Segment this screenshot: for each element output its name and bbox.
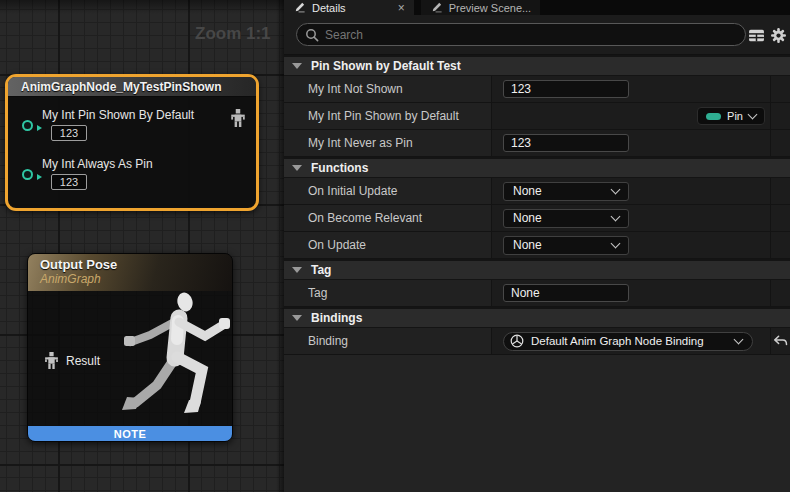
- graph-canvas[interactable]: Zoom 1:1 AnimGraphNode_MyTestPinShown My…: [0, 0, 284, 492]
- property-row-my-int-pin-shown-by-default: My Int Pin Shown by Default Pin: [284, 103, 790, 130]
- category-title: Functions: [311, 161, 368, 175]
- display-filter-icon[interactable]: [748, 27, 765, 44]
- node-header[interactable]: Output Pose AnimGraph: [28, 254, 232, 291]
- my-int-not-shown-input[interactable]: [503, 80, 629, 98]
- zoom-indicator: Zoom 1:1: [195, 24, 271, 44]
- chevron-down-icon: [611, 184, 621, 194]
- node-note-bar[interactable]: NOTE: [28, 426, 232, 441]
- category-bindings[interactable]: Bindings: [284, 307, 790, 328]
- pin-mode-dropdown-button[interactable]: Pin: [697, 107, 765, 125]
- details-toolbar: [284, 15, 790, 55]
- tab-preview-scene[interactable]: Preview Scene...: [421, 0, 541, 15]
- on-become-relevant-dropdown[interactable]: None: [503, 209, 629, 228]
- collapse-arrow-icon: [292, 63, 302, 69]
- property-label: On Initial Update: [284, 178, 491, 204]
- property-label: My Int Pin Shown by Default: [284, 103, 491, 129]
- details-panel: Details × Preview Scene...: [284, 0, 790, 492]
- int-pin-2[interactable]: [22, 169, 33, 180]
- property-row-tag: Tag: [284, 280, 790, 307]
- category-tag[interactable]: Tag: [284, 259, 790, 280]
- category-functions[interactable]: Functions: [284, 157, 790, 178]
- property-row-my-int-never-as-pin: My Int Never as Pin: [284, 130, 790, 157]
- collapse-arrow-icon: [292, 315, 302, 321]
- category-title: Pin Shown by Default Test: [311, 59, 461, 73]
- pin-capsule-icon: [706, 113, 721, 120]
- my-int-never-as-pin-input[interactable]: [503, 134, 629, 152]
- property-label: My Int Not Shown: [284, 76, 491, 102]
- dropdown-value: Default Anim Graph Node Binding: [531, 335, 728, 347]
- dropdown-value: None: [513, 211, 542, 225]
- binding-class-icon: [510, 334, 524, 348]
- pose-person-icon[interactable]: [230, 109, 246, 127]
- details-empty-area: [284, 355, 790, 492]
- node-title: AnimGraphNode_MyTestPinShown: [21, 80, 221, 94]
- row-extra-cell: [770, 232, 790, 258]
- row-extra-cell: [770, 205, 790, 231]
- int-pin-1[interactable]: [22, 120, 33, 131]
- anim-graph-editor: Zoom 1:1 AnimGraphNode_MyTestPinShown My…: [0, 0, 790, 492]
- tab-label: Preview Scene...: [449, 2, 532, 14]
- binding-dropdown[interactable]: Default Anim Graph Node Binding: [503, 332, 753, 351]
- property-row-binding: Binding Default Anim Graph Node Binding: [284, 328, 790, 355]
- anim-graph-test-node[interactable]: AnimGraphNode_MyTestPinShown My Int Pin …: [5, 74, 259, 211]
- pin-1-value[interactable]: 123: [51, 125, 87, 141]
- row-extra-cell: [770, 103, 790, 129]
- collapse-arrow-icon: [292, 165, 302, 171]
- chevron-down-icon: [734, 334, 744, 344]
- row-extra-cell: [770, 76, 790, 102]
- on-initial-update-dropdown[interactable]: None: [503, 182, 629, 201]
- property-label: Tag: [284, 280, 491, 306]
- row-extra-cell: [770, 130, 790, 156]
- pose-person-icon: [44, 352, 59, 369]
- property-label: On Update: [284, 232, 491, 258]
- search-icon: [305, 28, 319, 42]
- dropdown-value: None: [513, 238, 542, 252]
- pin-button-label: Pin: [727, 110, 743, 122]
- search-box[interactable]: [296, 23, 746, 46]
- tab-details[interactable]: Details ×: [284, 0, 414, 15]
- details-pencil-icon: [293, 1, 306, 14]
- panel-tab-bar: Details × Preview Scene...: [284, 0, 790, 15]
- chevron-down-icon: [611, 211, 621, 221]
- details-pencil-icon: [430, 1, 443, 14]
- gear-icon[interactable]: [770, 27, 787, 44]
- property-label: Binding: [284, 328, 491, 354]
- property-row-my-int-not-shown: My Int Not Shown: [284, 76, 790, 103]
- dropdown-value: None: [513, 184, 542, 198]
- category-pin-shown-by-default-test[interactable]: Pin Shown by Default Test: [284, 55, 790, 76]
- on-update-dropdown[interactable]: None: [503, 236, 629, 255]
- node-title: Output Pose: [40, 257, 232, 272]
- row-extra-cell: [770, 280, 790, 306]
- collapse-arrow-icon: [292, 267, 302, 273]
- chevron-down-icon: [748, 109, 758, 119]
- chevron-down-icon: [611, 238, 621, 248]
- pin-2-value[interactable]: 123: [51, 174, 87, 190]
- node-header[interactable]: AnimGraphNode_MyTestPinShown: [8, 77, 256, 97]
- node-subtitle: AnimGraph: [40, 272, 232, 286]
- property-row-on-initial-update: On Initial Update None: [284, 178, 790, 205]
- pin-2-label: My Int Always As Pin: [42, 157, 153, 171]
- property-label: My Int Never as Pin: [284, 130, 491, 156]
- search-input[interactable]: [325, 28, 737, 42]
- pin-1-label: My Int Pin Shown By Default: [42, 108, 194, 122]
- property-row-on-update: On Update None: [284, 232, 790, 259]
- category-title: Bindings: [311, 311, 362, 325]
- close-tab-icon[interactable]: ×: [398, 1, 405, 15]
- category-title: Tag: [311, 263, 331, 277]
- reset-to-default-icon[interactable]: [773, 335, 788, 347]
- property-label: On Become Relevant: [284, 205, 491, 231]
- result-pin[interactable]: Result: [44, 352, 100, 369]
- result-pin-label: Result: [66, 354, 100, 368]
- note-text: NOTE: [114, 428, 147, 440]
- row-extra-cell: [770, 178, 790, 204]
- tag-input[interactable]: [503, 284, 629, 302]
- property-row-on-become-relevant: On Become Relevant None: [284, 205, 790, 232]
- tab-label: Details: [312, 2, 346, 14]
- output-pose-node[interactable]: Output Pose AnimGraph: [27, 253, 233, 442]
